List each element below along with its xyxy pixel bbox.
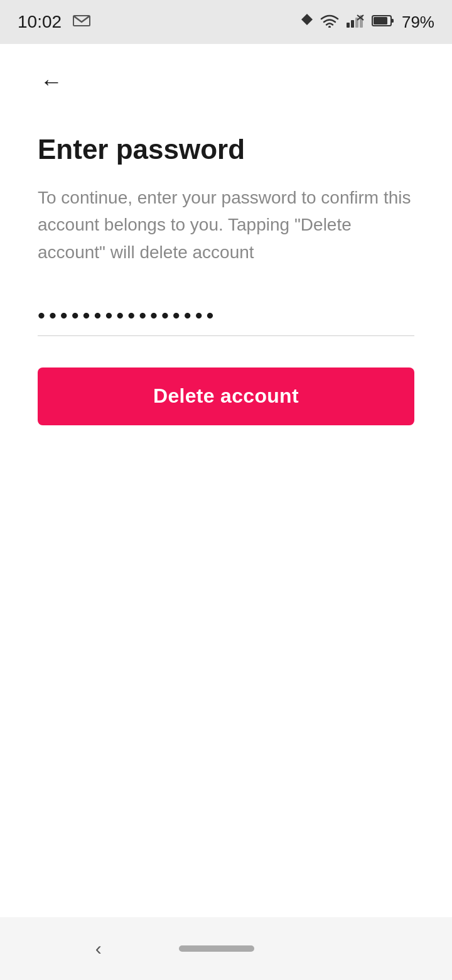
page-title: Enter password (38, 133, 414, 166)
back-arrow-icon: ← (40, 68, 63, 95)
signal-icon (347, 14, 364, 30)
svg-rect-4 (351, 20, 354, 28)
password-dots: •••••••••••••••• (38, 303, 414, 336)
svg-point-2 (328, 26, 331, 28)
main-content: ← Enter password To continue, enter your… (0, 44, 452, 425)
location-icon (301, 14, 313, 30)
battery-percentage: 79% (402, 13, 434, 32)
svg-marker-1 (301, 14, 313, 25)
gmail-icon (73, 13, 90, 32)
bottom-nav: ‹ (0, 917, 452, 980)
status-bar: 10:02 (0, 0, 452, 44)
svg-rect-11 (374, 17, 387, 24)
nav-back-button[interactable]: ‹ (83, 932, 114, 966)
delete-account-button[interactable]: Delete account (38, 368, 414, 425)
svg-rect-10 (391, 19, 394, 23)
back-button[interactable]: ← (31, 62, 72, 102)
status-bar-left: 10:02 (18, 12, 90, 32)
nav-home-pill[interactable] (179, 945, 254, 952)
battery-icon (372, 14, 394, 30)
password-field-container: •••••••••••••••• (38, 303, 414, 336)
wifi-icon (320, 14, 339, 30)
status-time: 10:02 (18, 12, 62, 32)
svg-rect-3 (347, 23, 350, 28)
page-description: To continue, enter your password to conf… (38, 184, 414, 266)
status-bar-right: 79% (301, 13, 434, 32)
